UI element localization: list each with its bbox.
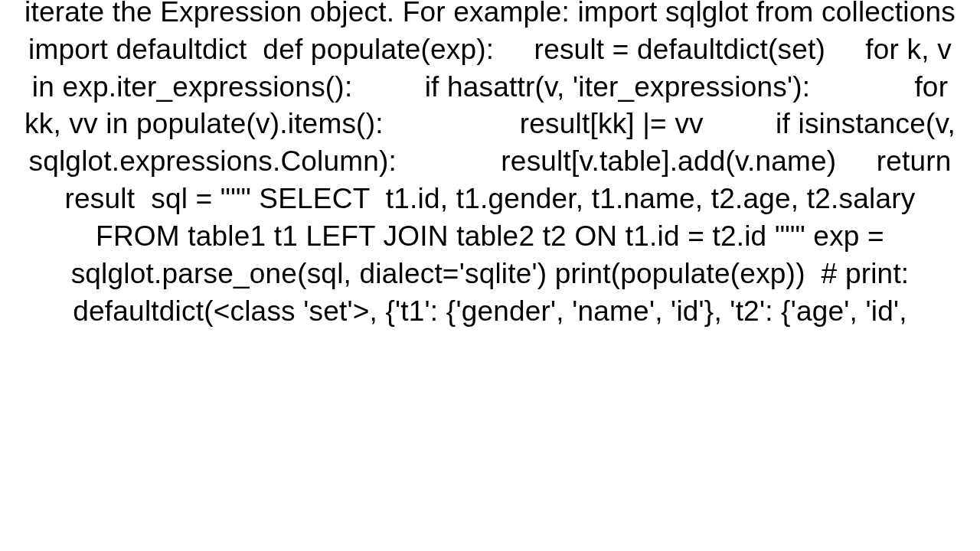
page-container: iterate the Expression object. For examp… <box>0 0 980 551</box>
body-text: iterate the Expression object. For examp… <box>19 0 961 330</box>
